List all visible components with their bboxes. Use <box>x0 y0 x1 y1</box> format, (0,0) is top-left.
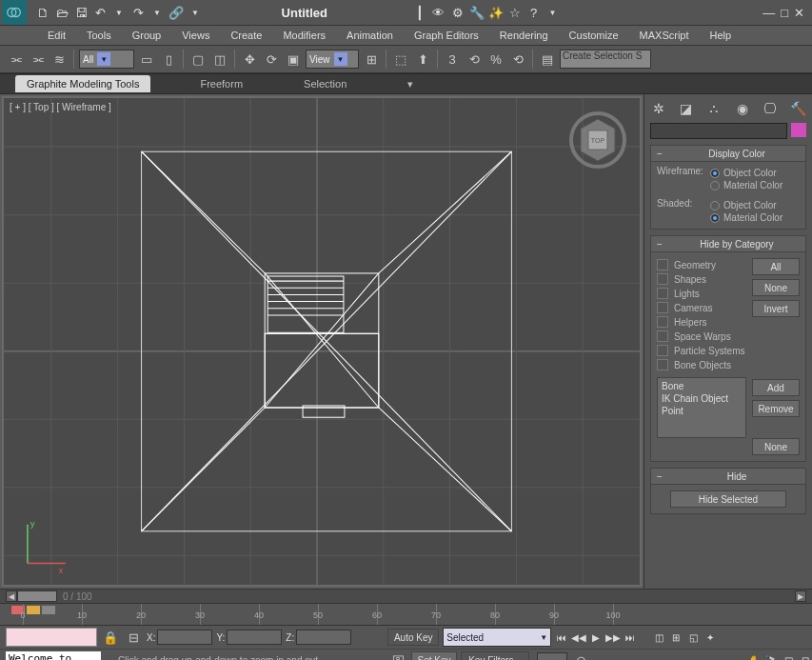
menu-grapheditors[interactable]: Graph Editors <box>414 30 479 41</box>
tab-freeform[interactable]: Freeform <box>188 75 254 92</box>
minimize-button[interactable]: — <box>762 6 775 20</box>
timeline-right-icon[interactable]: ▶ <box>795 590 806 602</box>
namedsel-icon[interactable]: ▤ <box>538 50 557 69</box>
btn-none[interactable]: None <box>752 279 800 296</box>
filter-dropdown[interactable]: All▼ <box>79 50 134 69</box>
x-input[interactable] <box>157 630 212 645</box>
time-slider[interactable] <box>17 590 57 602</box>
goto-end-icon[interactable]: ⏭ <box>624 630 637 644</box>
chk-geometry[interactable] <box>657 259 668 270</box>
wand-icon[interactable]: ✨ <box>487 4 505 21</box>
motion-panel-icon[interactable]: ◉ <box>732 98 753 119</box>
radio-sh-material[interactable] <box>710 213 720 223</box>
btn-none2[interactable]: None <box>752 438 800 455</box>
vp3-icon[interactable]: ◱ <box>686 630 700 644</box>
spinner-icon[interactable]: ⟲ <box>508 50 527 69</box>
link-icon[interactable]: 🔗 <box>168 4 185 21</box>
track-bar[interactable]: 0102030405060708090100 <box>0 603 812 625</box>
prompt-field[interactable]: Welcome to <box>6 651 101 660</box>
frame-input[interactable] <box>537 652 567 660</box>
btn-add[interactable]: Add <box>752 379 800 396</box>
goto-start-icon[interactable]: ⏮ <box>555 630 568 644</box>
menu-help[interactable]: Help <box>710 30 732 41</box>
save-icon[interactable]: 🖫 <box>72 4 89 21</box>
help-icon[interactable]: ? <box>525 4 543 21</box>
radio-wf-material[interactable] <box>710 181 720 190</box>
chevron-down-icon[interactable]: ▼ <box>149 4 166 21</box>
vp4-icon[interactable]: ✦ <box>703 630 717 644</box>
menu-rendering[interactable]: Rendering <box>500 30 548 41</box>
select-icon[interactable]: ▭ <box>137 50 156 69</box>
vp2-icon[interactable]: ⊞ <box>669 630 683 644</box>
menu-modifiers[interactable]: Modifiers <box>283 30 326 41</box>
play-icon[interactable]: ▶ <box>589 630 603 644</box>
radio-sh-object[interactable] <box>710 201 720 210</box>
btn-hide-selected[interactable]: Hide Selected <box>670 490 786 508</box>
viewport[interactable]: [ + ] [ Top ] [ Wireframe ] <box>2 96 642 587</box>
key-icon[interactable]: ⚿ <box>388 650 407 660</box>
create-panel-icon[interactable]: ✲ <box>648 98 669 119</box>
rollout-hide[interactable]: −Hide <box>651 469 805 485</box>
menu-maxscript[interactable]: MAXScript <box>640 30 689 41</box>
new-icon[interactable]: 🗋 <box>34 4 51 21</box>
binoculars-icon[interactable]: 👁 <box>430 4 447 21</box>
refcoord-dropdown[interactable]: View▼ <box>306 50 359 69</box>
menu-views[interactable]: Views <box>182 30 209 41</box>
tab-expand-icon[interactable]: ▾ <box>396 75 425 93</box>
keyfilters-button[interactable]: Key Filters... <box>461 651 529 660</box>
chk-particles[interactable] <box>657 345 668 356</box>
open-icon[interactable]: 🗁 <box>53 4 70 21</box>
menu-create[interactable]: Create <box>230 30 262 41</box>
snap-angle-icon[interactable]: ⟲ <box>465 50 484 69</box>
viewcube[interactable]: TOP <box>569 111 626 169</box>
move-icon[interactable]: ✥ <box>240 50 259 69</box>
nav4-icon[interactable]: ⊡ <box>799 653 812 660</box>
options-icon[interactable]: ⚙ <box>449 4 466 21</box>
next-key-icon[interactable]: ▶▶ <box>606 630 620 644</box>
link-tool-icon[interactable]: ⫘ <box>6 50 25 69</box>
y-input[interactable] <box>227 630 282 645</box>
category-list[interactable]: Bone IK Chain Object Point <box>657 377 746 438</box>
tab-graphite[interactable]: Graphite Modeling Tools <box>15 75 150 92</box>
chevron-down-icon[interactable]: ▼ <box>110 4 128 21</box>
menu-animation[interactable]: Animation <box>347 30 393 41</box>
nav2-icon[interactable]: 🔭 <box>764 653 778 660</box>
named-selection-input[interactable]: Create Selection S <box>560 50 651 69</box>
chevron-down-icon[interactable]: ▼ <box>187 4 204 21</box>
window-select-icon[interactable]: ◫ <box>210 50 229 69</box>
btn-remove[interactable]: Remove <box>752 400 800 417</box>
rect-select-icon[interactable]: ▢ <box>188 50 208 69</box>
chk-lights[interactable] <box>657 288 668 299</box>
undo-icon[interactable]: ↶ <box>91 4 109 21</box>
radio-wf-object[interactable] <box>710 169 720 178</box>
chk-bones[interactable] <box>657 359 668 370</box>
chk-spacewarps[interactable] <box>657 330 668 342</box>
keymode-dropdown[interactable]: Selected▼ <box>443 628 551 647</box>
chk-helpers[interactable] <box>657 316 668 328</box>
chk-cameras[interactable] <box>657 302 668 313</box>
manip-icon[interactable]: ⬚ <box>391 50 410 69</box>
setkey-button[interactable]: Set Key <box>411 651 457 660</box>
star-icon[interactable]: ☆ <box>506 4 524 21</box>
modify-panel-icon[interactable]: ◪ <box>676 98 697 119</box>
keymode-icon[interactable]: ⬆ <box>413 50 432 69</box>
app-logo[interactable] <box>2 0 27 25</box>
pivot-icon[interactable]: ⊞ <box>362 50 381 69</box>
btn-invert[interactable]: Invert <box>752 300 800 317</box>
chevron-down-icon[interactable]: ▼ <box>545 4 562 21</box>
autokey-button[interactable]: Auto Key <box>387 629 439 646</box>
unlink-tool-icon[interactable]: ⫘ <box>28 50 47 69</box>
redo-icon[interactable]: ↷ <box>129 4 147 21</box>
menu-tools[interactable]: Tools <box>87 30 111 41</box>
menu-edit[interactable]: Edit <box>48 30 66 41</box>
utilities-panel-icon[interactable]: 🔨 <box>787 98 808 119</box>
menu-group[interactable]: Group <box>132 30 162 41</box>
select-name-icon[interactable]: ▯ <box>159 50 178 69</box>
bind-tool-icon[interactable]: ≋ <box>50 50 69 69</box>
vp1-icon[interactable]: ◫ <box>652 630 665 644</box>
timeline[interactable]: ◀ 0 / 100 ▶ <box>0 589 812 603</box>
scale-icon[interactable]: ▣ <box>284 50 303 69</box>
timeline-left-icon[interactable]: ◀ <box>6 590 17 602</box>
rollout-hide-category[interactable]: −Hide by Category <box>651 236 805 252</box>
btn-all[interactable]: All <box>752 258 800 275</box>
